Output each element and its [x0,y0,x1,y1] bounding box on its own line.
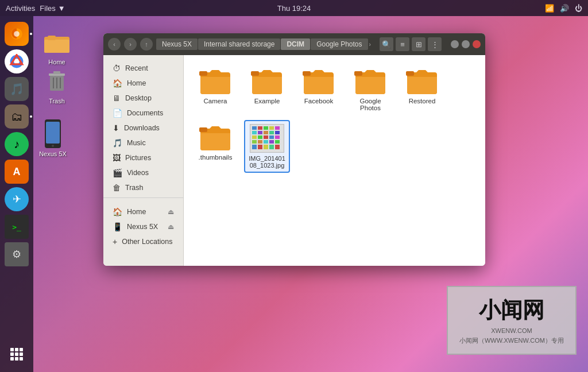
folder-google-photos-icon [353,67,388,95]
dock-item-chrome[interactable] [5,49,29,73]
file-manager-window: ‹ › ↑ Nexus 5X Internal shared storage D… [103,33,485,266]
desktop-icon-home[interactable]: Home [43,29,71,65]
sidebar-item-home-drive[interactable]: 🏠 Home ⏏ [106,204,181,219]
videos-icon: 🎬 [113,168,122,177]
files-label: Files [40,4,55,13]
trash-sm-icon: 🗑 [113,183,121,192]
desktop-icon-sm: 🖥 [113,94,121,103]
folder-facebook[interactable]: Facebook [296,64,342,114]
pictures-icon: 🖼 [113,153,121,162]
breadcrumb-internal-storage[interactable]: Internal shared storage [198,38,280,50]
volume-icon: 🔊 [560,4,569,13]
dock-item-terminal[interactable]: >_ [5,215,29,239]
sidebar-item-pictures[interactable]: 🖼 Pictures [106,150,181,165]
dock-item-firefox[interactable] [5,22,29,46]
dock-item-settings[interactable]: ⚙ [5,242,29,266]
breadcrumb-nexus5x[interactable]: Nexus 5X [156,38,198,50]
dock-item-spotify[interactable]: ♪ [5,132,29,156]
dock: 🎵 🗂 ♪ A ✈ >_ ⚙ [0,16,33,372]
sidebar-item-trash[interactable]: 🗑 Trash [106,180,181,195]
svg-rect-28 [354,71,362,76]
svg-rect-26 [251,71,259,76]
sidebar-item-nexus5x[interactable]: 📱 Nexus 5X ⏏ [106,219,181,234]
home-drive-label: Home [48,59,65,65]
svg-rect-40 [269,131,274,134]
svg-rect-48 [258,140,262,144]
svg-rect-25 [199,71,207,76]
folder-example-label: Example [254,98,280,104]
topbar: Activities Files ▼ Thu 19:24 📶 🔊 ⏻ [0,0,588,16]
window-min-button[interactable] [451,40,459,48]
dock-item-files[interactable]: 🗂 [5,104,29,129]
breadcrumb-google-photos[interactable]: Google Photos [311,38,368,50]
dock-item-telegram[interactable]: ✈ [5,187,29,211]
window-max-button[interactable] [462,40,470,48]
folder-example-icon [250,67,284,95]
music-icon: 🎵 [113,138,122,148]
svg-rect-5 [15,348,18,351]
svg-rect-47 [252,140,257,144]
fm-forward-button[interactable]: › [124,38,137,51]
desktop-icon-trash[interactable]: Trash [43,68,71,104]
topbar-left: Activities Files ▼ [6,4,65,13]
folder-google-photos[interactable]: Google Photos [347,64,393,114]
grid-view-button[interactable]: ⊞ [412,37,425,51]
sidebar-item-music[interactable]: 🎵 Music [106,135,181,150]
folder-restored[interactable]: Restored [399,64,445,114]
home-eject-button[interactable]: ⏏ [168,208,174,216]
files-menu[interactable]: Files ▼ [40,4,65,13]
svg-rect-42 [252,135,257,139]
sidebar-label-recent: Recent [125,64,148,72]
dock-item-grid[interactable] [5,342,29,366]
search-button[interactable]: 🔍 [380,37,393,51]
sidebar-label-pictures: Pictures [125,154,151,162]
folder-example[interactable]: Example [244,64,290,114]
svg-rect-36 [275,126,280,130]
window-close-button[interactable] [473,40,481,48]
breadcrumb-dcim[interactable]: DCIM [281,38,310,50]
svg-rect-15 [48,36,56,40]
svg-rect-29 [406,71,414,76]
svg-rect-7 [10,352,14,356]
sidebar-item-documents[interactable]: 📄 Documents [106,106,181,121]
svg-rect-38 [258,131,262,134]
folder-thumbnails[interactable]: .thumbnails [192,120,238,173]
svg-rect-35 [269,126,274,130]
nexus-eject-button[interactable]: ⏏ [168,223,174,231]
svg-rect-49 [264,140,268,144]
breadcrumb-more-icon[interactable]: › [369,41,371,48]
desktop-icon-nexus[interactable]: Nexus 5X [39,121,67,157]
activities-button[interactable]: Activities [6,4,35,13]
svg-rect-12 [20,357,23,361]
nexus-sm-icon: 📱 [113,222,122,231]
power-icon[interactable]: ⏻ [575,4,582,13]
fm-up-button[interactable]: ↑ [140,38,153,51]
menu-button[interactable]: ⋮ [428,37,442,51]
dock-item-appstore[interactable]: A [5,160,29,184]
fm-breadcrumb: Nexus 5X Internal shared storage DCIM Go… [156,38,376,50]
svg-rect-14 [44,40,69,53]
sidebar-item-videos[interactable]: 🎬 Videos [106,165,181,180]
folder-restored-label: Restored [409,98,436,104]
fm-sidebar: ⏱ Recent 🏠 Home 🖥 Desktop 📄 Documents ⬇ … [103,55,184,266]
svg-rect-23 [46,122,60,144]
sidebar-item-other-locations[interactable]: + Other Locations [106,234,181,249]
svg-rect-54 [264,145,268,149]
file-img[interactable]: IMG_20140108_1023.jpg [244,120,290,173]
folder-camera[interactable]: Camera [192,64,238,114]
sidebar-item-downloads[interactable]: ⬇ Downloads [106,121,181,135]
sidebar-label-documents: Documents [127,109,163,117]
list-view-button[interactable]: ≡ [396,37,409,51]
svg-rect-30 [199,127,207,132]
folder-google-photos-label: Google Photos [350,98,390,111]
sidebar-label-home-drive: Home [127,208,146,216]
watermark-small: 小闻网（WWW.XWENW.COM）专用 [459,336,564,345]
sidebar-item-desktop[interactable]: 🖥 Desktop [106,91,181,106]
svg-rect-8 [15,352,18,356]
sidebar-item-recent[interactable]: ⏱ Recent [106,61,181,76]
dock-item-music[interactable]: 🎵 [5,77,29,101]
fm-back-button[interactable]: ‹ [108,38,121,51]
files-dropdown-icon: ▼ [58,4,65,13]
sidebar-label-nexus5x: Nexus 5X [127,223,158,231]
sidebar-item-home[interactable]: 🏠 Home [106,76,181,91]
